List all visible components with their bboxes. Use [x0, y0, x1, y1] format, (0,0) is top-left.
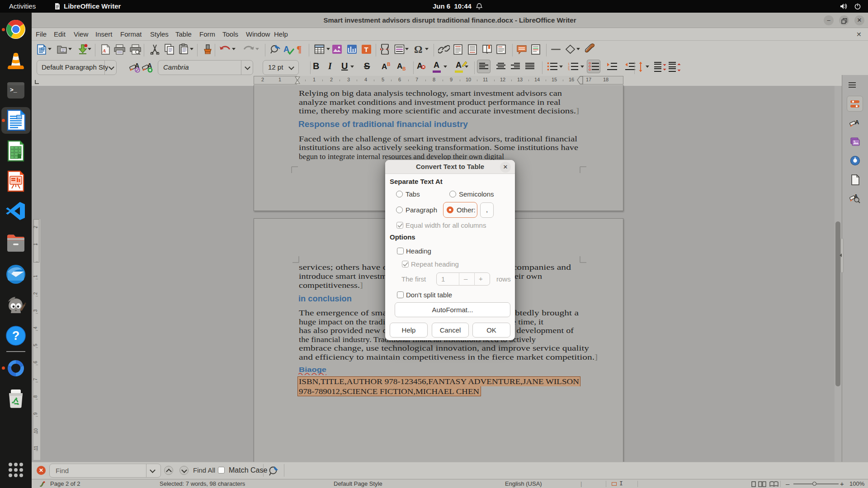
svg-text:¶: ¶ — [297, 44, 302, 55]
svg-text:Ω: Ω — [414, 44, 422, 55]
svg-text:>_: >_ — [10, 87, 17, 94]
svg-text:3: 3 — [568, 68, 570, 70]
svg-text:?: ? — [12, 329, 20, 343]
svg-text:A: A — [102, 48, 106, 53]
svg-text:A: A — [855, 119, 859, 126]
svg-text:T: T — [364, 46, 368, 53]
